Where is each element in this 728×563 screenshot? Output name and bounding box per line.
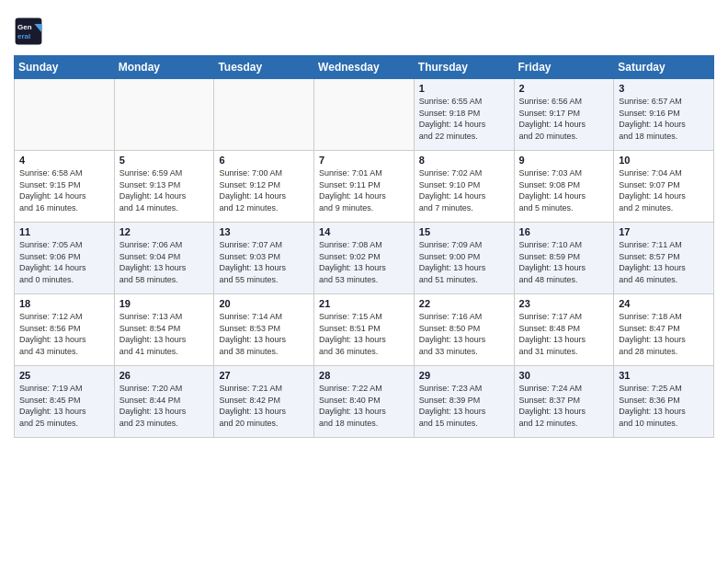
calendar-cell: 22Sunrise: 7:16 AM Sunset: 8:50 PM Dayli… bbox=[414, 294, 514, 366]
day-info: Sunrise: 7:24 AM Sunset: 8:37 PM Dayligh… bbox=[519, 383, 609, 429]
day-number: 24 bbox=[619, 298, 709, 309]
day-number: 31 bbox=[619, 370, 709, 381]
day-number: 9 bbox=[519, 155, 609, 166]
day-number: 1 bbox=[419, 83, 509, 94]
day-number: 18 bbox=[19, 298, 109, 309]
calendar-cell bbox=[214, 79, 314, 151]
logo: Gen eral bbox=[14, 17, 47, 46]
logo-icon: Gen eral bbox=[14, 17, 43, 46]
day-info: Sunrise: 7:19 AM Sunset: 8:45 PM Dayligh… bbox=[19, 383, 109, 429]
calendar-cell: 20Sunrise: 7:14 AM Sunset: 8:53 PM Dayli… bbox=[214, 294, 314, 366]
calendar-cell: 8Sunrise: 7:02 AM Sunset: 9:10 PM Daylig… bbox=[414, 151, 514, 223]
day-number: 2 bbox=[519, 83, 609, 94]
day-info: Sunrise: 7:02 AM Sunset: 9:10 PM Dayligh… bbox=[419, 167, 509, 213]
day-info: Sunrise: 6:57 AM Sunset: 9:16 PM Dayligh… bbox=[619, 96, 709, 142]
calendar-cell: 21Sunrise: 7:15 AM Sunset: 8:51 PM Dayli… bbox=[314, 294, 415, 366]
calendar-week-row: 11Sunrise: 7:05 AM Sunset: 9:06 PM Dayli… bbox=[15, 223, 714, 294]
calendar-cell: 3Sunrise: 6:57 AM Sunset: 9:16 PM Daylig… bbox=[614, 79, 714, 151]
calendar-cell: 31Sunrise: 7:25 AM Sunset: 8:36 PM Dayli… bbox=[614, 366, 714, 438]
day-number: 26 bbox=[119, 370, 210, 381]
calendar-cell: 7Sunrise: 7:01 AM Sunset: 9:11 PM Daylig… bbox=[314, 151, 415, 223]
day-number: 28 bbox=[319, 370, 409, 381]
calendar-cell: 15Sunrise: 7:09 AM Sunset: 9:00 PM Dayli… bbox=[414, 223, 514, 294]
day-number: 13 bbox=[219, 226, 309, 237]
day-number: 10 bbox=[619, 155, 709, 166]
calendar-cell: 9Sunrise: 7:03 AM Sunset: 9:08 PM Daylig… bbox=[514, 151, 614, 223]
day-number: 15 bbox=[419, 226, 509, 237]
day-number: 17 bbox=[619, 226, 709, 237]
day-info: Sunrise: 7:13 AM Sunset: 8:54 PM Dayligh… bbox=[119, 311, 210, 357]
day-info: Sunrise: 7:00 AM Sunset: 9:12 PM Dayligh… bbox=[219, 167, 309, 213]
calendar-cell: 16Sunrise: 7:10 AM Sunset: 8:59 PM Dayli… bbox=[514, 223, 614, 294]
day-number: 21 bbox=[319, 298, 409, 309]
day-number: 20 bbox=[219, 298, 309, 309]
calendar-week-row: 18Sunrise: 7:12 AM Sunset: 8:56 PM Dayli… bbox=[15, 294, 714, 366]
day-number: 16 bbox=[519, 226, 609, 237]
calendar-cell: 29Sunrise: 7:23 AM Sunset: 8:39 PM Dayli… bbox=[414, 366, 514, 438]
day-number: 5 bbox=[119, 155, 210, 166]
day-info: Sunrise: 7:05 AM Sunset: 9:06 PM Dayligh… bbox=[19, 239, 109, 285]
day-info: Sunrise: 7:08 AM Sunset: 9:02 PM Dayligh… bbox=[319, 239, 409, 285]
day-number: 8 bbox=[419, 155, 509, 166]
calendar-cell: 23Sunrise: 7:17 AM Sunset: 8:48 PM Dayli… bbox=[514, 294, 614, 366]
day-number: 29 bbox=[419, 370, 509, 381]
calendar-cell bbox=[314, 79, 415, 151]
day-info: Sunrise: 7:25 AM Sunset: 8:36 PM Dayligh… bbox=[619, 383, 709, 429]
calendar-cell: 1Sunrise: 6:55 AM Sunset: 9:18 PM Daylig… bbox=[414, 79, 514, 151]
calendar-cell: 2Sunrise: 6:56 AM Sunset: 9:17 PM Daylig… bbox=[514, 79, 614, 151]
calendar-cell: 25Sunrise: 7:19 AM Sunset: 8:45 PM Dayli… bbox=[15, 366, 115, 438]
day-number: 3 bbox=[619, 83, 709, 94]
calendar-cell bbox=[114, 79, 214, 151]
day-info: Sunrise: 7:18 AM Sunset: 8:47 PM Dayligh… bbox=[619, 311, 709, 357]
calendar-cell: 4Sunrise: 6:58 AM Sunset: 9:15 PM Daylig… bbox=[15, 151, 115, 223]
calendar-header-row: SundayMondayTuesdayWednesdayThursdayFrid… bbox=[15, 56, 714, 79]
column-header-friday: Friday bbox=[514, 56, 614, 79]
calendar-week-row: 25Sunrise: 7:19 AM Sunset: 8:45 PM Dayli… bbox=[15, 366, 714, 438]
day-info: Sunrise: 7:11 AM Sunset: 8:57 PM Dayligh… bbox=[619, 239, 709, 285]
day-info: Sunrise: 7:09 AM Sunset: 9:00 PM Dayligh… bbox=[419, 239, 509, 285]
day-number: 23 bbox=[519, 298, 609, 309]
column-header-saturday: Saturday bbox=[614, 56, 714, 79]
day-info: Sunrise: 6:59 AM Sunset: 9:13 PM Dayligh… bbox=[119, 167, 210, 213]
day-info: Sunrise: 6:55 AM Sunset: 9:18 PM Dayligh… bbox=[419, 96, 509, 142]
svg-text:Gen: Gen bbox=[17, 23, 32, 31]
day-info: Sunrise: 7:03 AM Sunset: 9:08 PM Dayligh… bbox=[519, 167, 609, 213]
day-info: Sunrise: 7:06 AM Sunset: 9:04 PM Dayligh… bbox=[119, 239, 210, 285]
calendar-cell: 10Sunrise: 7:04 AM Sunset: 9:07 PM Dayli… bbox=[614, 151, 714, 223]
calendar-cell: 12Sunrise: 7:06 AM Sunset: 9:04 PM Dayli… bbox=[114, 223, 214, 294]
day-number: 6 bbox=[219, 155, 309, 166]
day-info: Sunrise: 7:20 AM Sunset: 8:44 PM Dayligh… bbox=[119, 383, 210, 429]
calendar-cell: 28Sunrise: 7:22 AM Sunset: 8:40 PM Dayli… bbox=[314, 366, 415, 438]
day-info: Sunrise: 6:58 AM Sunset: 9:15 PM Dayligh… bbox=[19, 167, 109, 213]
svg-text:eral: eral bbox=[17, 32, 30, 40]
calendar-cell: 14Sunrise: 7:08 AM Sunset: 9:02 PM Dayli… bbox=[314, 223, 415, 294]
calendar-cell: 26Sunrise: 7:20 AM Sunset: 8:44 PM Dayli… bbox=[114, 366, 214, 438]
column-header-tuesday: Tuesday bbox=[214, 56, 314, 79]
calendar-cell: 11Sunrise: 7:05 AM Sunset: 9:06 PM Dayli… bbox=[15, 223, 115, 294]
calendar-week-row: 1Sunrise: 6:55 AM Sunset: 9:18 PM Daylig… bbox=[15, 79, 714, 151]
calendar-cell bbox=[15, 79, 115, 151]
day-number: 11 bbox=[19, 226, 109, 237]
day-info: Sunrise: 7:12 AM Sunset: 8:56 PM Dayligh… bbox=[19, 311, 109, 357]
day-number: 7 bbox=[319, 155, 409, 166]
day-number: 25 bbox=[19, 370, 109, 381]
day-info: Sunrise: 7:17 AM Sunset: 8:48 PM Dayligh… bbox=[519, 311, 609, 357]
calendar-cell: 30Sunrise: 7:24 AM Sunset: 8:37 PM Dayli… bbox=[514, 366, 614, 438]
day-number: 27 bbox=[219, 370, 309, 381]
calendar-cell: 19Sunrise: 7:13 AM Sunset: 8:54 PM Dayli… bbox=[114, 294, 214, 366]
calendar-cell: 24Sunrise: 7:18 AM Sunset: 8:47 PM Dayli… bbox=[614, 294, 714, 366]
calendar-cell: 17Sunrise: 7:11 AM Sunset: 8:57 PM Dayli… bbox=[614, 223, 714, 294]
day-info: Sunrise: 6:56 AM Sunset: 9:17 PM Dayligh… bbox=[519, 96, 609, 142]
calendar-cell: 27Sunrise: 7:21 AM Sunset: 8:42 PM Dayli… bbox=[214, 366, 314, 438]
column-header-wednesday: Wednesday bbox=[314, 56, 415, 79]
calendar-cell: 5Sunrise: 6:59 AM Sunset: 9:13 PM Daylig… bbox=[114, 151, 214, 223]
day-number: 12 bbox=[119, 226, 210, 237]
column-header-sunday: Sunday bbox=[15, 56, 115, 79]
calendar-table: SundayMondayTuesdayWednesdayThursdayFrid… bbox=[14, 55, 714, 438]
day-info: Sunrise: 7:10 AM Sunset: 8:59 PM Dayligh… bbox=[519, 239, 609, 285]
day-number: 14 bbox=[319, 226, 409, 237]
day-number: 22 bbox=[419, 298, 509, 309]
calendar-cell: 18Sunrise: 7:12 AM Sunset: 8:56 PM Dayli… bbox=[15, 294, 115, 366]
calendar-cell: 13Sunrise: 7:07 AM Sunset: 9:03 PM Dayli… bbox=[214, 223, 314, 294]
day-info: Sunrise: 7:01 AM Sunset: 9:11 PM Dayligh… bbox=[319, 167, 409, 213]
